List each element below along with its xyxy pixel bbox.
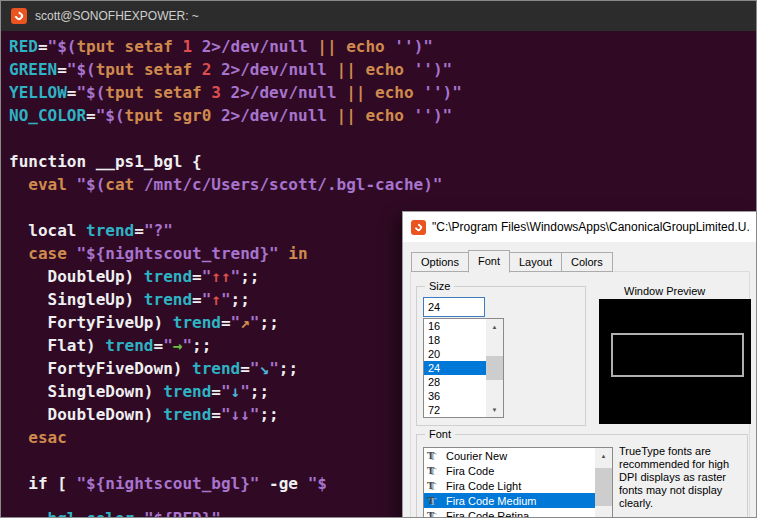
tab-options[interactable]: Options (411, 252, 469, 272)
truetype-icon (427, 463, 442, 478)
scrollbar-thumb[interactable] (486, 356, 503, 380)
size-option[interactable]: 28 (424, 375, 486, 389)
size-option[interactable]: 16 (424, 319, 486, 333)
font-scrollbar[interactable] (595, 448, 612, 518)
font-groupbox: Font Courier NewFira CodeFira Code Light… (416, 434, 748, 518)
font-size-list: 16182024283672 (423, 318, 504, 418)
truetype-icon (427, 508, 442, 518)
ubuntu-icon (11, 8, 27, 24)
font-option[interactable]: Courier New (424, 448, 595, 463)
font-size-options: 16182024283672 (424, 319, 486, 417)
size-groupbox: Size 16182024283672 (416, 286, 586, 426)
ubuntu-icon (411, 220, 426, 235)
window-preview (599, 299, 751, 424)
tab-font[interactable]: Font (468, 250, 510, 273)
font-option[interactable]: Fira Code Light (424, 478, 595, 493)
font-family-options: Courier NewFira CodeFira Code LightFira … (424, 448, 595, 518)
scrollbar-track[interactable] (595, 463, 612, 518)
font-option-label: Fira Code (446, 465, 494, 477)
truetype-icon (427, 478, 442, 493)
font-group-label: Font (425, 428, 455, 440)
font-option[interactable]: Fira Code (424, 463, 595, 478)
tab-layout[interactable]: Layout (509, 252, 562, 272)
size-group-label: Size (425, 280, 454, 292)
size-scrollbar[interactable] (486, 319, 503, 417)
font-option-label: Courier New (446, 450, 507, 462)
size-option[interactable]: 36 (424, 389, 486, 403)
size-option[interactable]: 72 (424, 403, 486, 417)
size-option[interactable]: 18 (424, 333, 486, 347)
truetype-note: TrueType fonts are recommended for high … (619, 445, 747, 510)
size-option[interactable]: 24 (424, 361, 486, 375)
terminal-line: GREEN="$(tput setaf 2 2>/dev/null || ech… (9, 58, 756, 81)
tab-colors[interactable]: Colors (561, 252, 613, 272)
font-family-list: Courier NewFira CodeFira Code LightFira … (423, 447, 613, 518)
screen: scott@SONOFHEXPOWER: ~ RED="$(tput setaf… (0, 0, 757, 518)
dialog-tabs: OptionsFontLayoutColors (403, 242, 757, 272)
window-preview-label: Window Preview (624, 285, 705, 297)
font-tab-pane: Size 16182024283672 Window Preview (410, 271, 750, 518)
font-option-label: Fira Code Medium (446, 495, 536, 507)
terminal-line: RED="$(tput setaf 1 2>/dev/null || echo … (9, 35, 756, 58)
font-option[interactable]: Fira Code Retina (424, 508, 595, 518)
scroll-up-icon[interactable] (595, 448, 612, 463)
terminal-line: YELLOW="$(tput setaf 3 2>/dev/null || ec… (9, 81, 756, 104)
scroll-down-icon[interactable] (486, 402, 503, 417)
dialog-titlebar[interactable]: "C:\Program Files\WindowsApps\CanonicalG… (403, 212, 757, 242)
scrollbar-thumb[interactable] (595, 468, 612, 506)
dialog-title: "C:\Program Files\WindowsApps\CanonicalG… (432, 220, 749, 234)
size-option[interactable]: 20 (424, 347, 486, 361)
scroll-up-icon[interactable] (486, 319, 503, 334)
window-preview-rect (611, 333, 744, 377)
scrollbar-track[interactable] (486, 334, 503, 402)
font-option[interactable]: Fira Code Medium (424, 493, 595, 508)
console-properties-dialog: "C:\Program Files\WindowsApps\CanonicalG… (402, 211, 757, 518)
terminal-line: eval "$(cat /mnt/c/Users/scott/.bgl-cach… (9, 173, 756, 196)
truetype-icon (427, 448, 442, 463)
font-option-label: Fira Code Light (446, 480, 521, 492)
terminal-line: function __ps1_bgl { (9, 150, 756, 173)
font-option-label: Fira Code Retina (446, 510, 529, 518)
terminal-titlebar[interactable]: scott@SONOFHEXPOWER: ~ (1, 1, 756, 31)
terminal-line: NO_COLOR="$(tput sgr0 2>/dev/null || ech… (9, 104, 756, 127)
font-size-input[interactable] (423, 297, 485, 317)
terminal-title: scott@SONOFHEXPOWER: ~ (35, 9, 199, 23)
terminal-line (9, 127, 756, 150)
truetype-icon (427, 493, 442, 508)
